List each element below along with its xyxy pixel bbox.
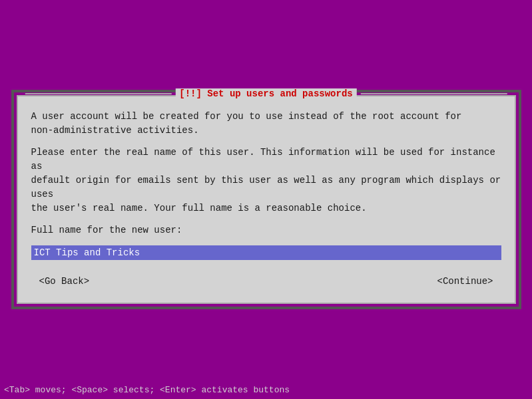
- full-name-input[interactable]: [31, 245, 501, 260]
- title-line-right: [361, 93, 507, 94]
- full-name-label: Full name for the new user:: [31, 223, 501, 237]
- dialog-box: [!!] Set up users and passwords A user a…: [17, 95, 516, 304]
- dialog-body: A user account will be created for you t…: [31, 110, 501, 260]
- status-bar-text: <Tab> moves; <Space> selects; <Enter> ac…: [4, 385, 290, 395]
- dialog-title: [!!] Set up users and passwords: [175, 88, 356, 99]
- dialog-outer-border: [!!] Set up users and passwords A user a…: [11, 90, 521, 309]
- body-paragraph-1: A user account will be created for you t…: [31, 110, 501, 138]
- status-bar: <Tab> moves; <Space> selects; <Enter> ac…: [0, 380, 532, 399]
- body-paragraph-2: Please enter the real name of this user.…: [31, 146, 501, 215]
- go-back-button[interactable]: <Go Back>: [31, 273, 98, 289]
- continue-button[interactable]: <Continue>: [429, 273, 501, 289]
- title-line-left: [25, 93, 171, 94]
- dialog-title-bar: [!!] Set up users and passwords: [25, 88, 507, 99]
- button-row: <Go Back> <Continue>: [31, 273, 501, 289]
